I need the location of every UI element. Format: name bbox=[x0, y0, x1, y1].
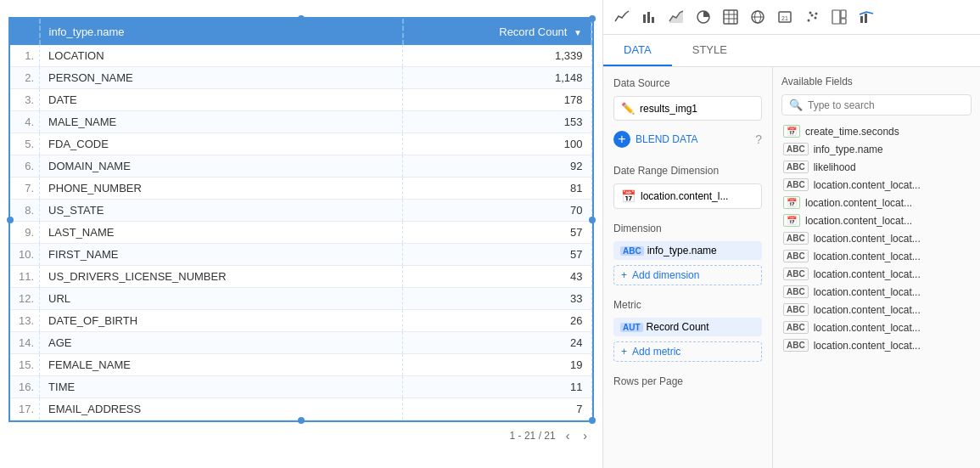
field-item[interactable]: ABC location.content_locat... bbox=[781, 265, 972, 283]
resize-handle-bottom-left[interactable] bbox=[298, 417, 305, 424]
cell-row-num: 10. bbox=[10, 244, 40, 266]
field-name: location.content_locat... bbox=[814, 233, 921, 245]
field-name: location.content_locat... bbox=[814, 251, 921, 262]
field-item[interactable]: ABC location.content_locat... bbox=[781, 229, 972, 247]
field-name: location.content_locat... bbox=[814, 268, 921, 280]
svg-point-18 bbox=[809, 12, 812, 14]
blend-data-button[interactable]: + BLEND DATA ? bbox=[613, 127, 762, 151]
sort-icon: ▼ bbox=[574, 28, 582, 37]
field-name: location.content_locat... bbox=[814, 304, 921, 316]
cell-row-num: 12. bbox=[10, 288, 40, 310]
scorecard-icon[interactable]: 21 bbox=[773, 5, 797, 29]
cell-record-count: 1,339 bbox=[403, 45, 591, 67]
bar-chart-icon[interactable] bbox=[637, 5, 661, 29]
pie-chart-icon[interactable] bbox=[692, 5, 715, 29]
cell-row-num: 6. bbox=[10, 155, 40, 178]
field-name: location.content_locat... bbox=[814, 179, 921, 191]
tab-style[interactable]: STYLE bbox=[672, 35, 748, 66]
cell-row-num: 5. bbox=[10, 133, 40, 155]
add-dimension-label: Add dimension bbox=[632, 269, 699, 281]
table-body: 1. LOCATION 1,339 2. PERSON_NAME 1,148 3… bbox=[10, 45, 591, 420]
resize-handle-top-left[interactable] bbox=[298, 15, 305, 22]
field-item[interactable]: ABC location.content_locat... bbox=[781, 301, 972, 319]
cell-row-num: 8. bbox=[10, 200, 40, 222]
field-item[interactable]: ABC location.content_locat... bbox=[781, 283, 972, 301]
cell-row-num: 1. bbox=[10, 45, 40, 67]
panel-config: Data Source ✏️ results_img1 + BLEND DATA… bbox=[603, 67, 773, 468]
svg-point-16 bbox=[811, 14, 814, 17]
resize-handle-top-right[interactable] bbox=[589, 15, 596, 22]
fields-list: 📅 create_time.seconds ABC info_type.name… bbox=[781, 122, 972, 354]
svg-rect-1 bbox=[647, 12, 650, 23]
dimension-chip[interactable]: ABC info_type.name bbox=[613, 241, 762, 260]
data-source-row[interactable]: ✏️ results_img1 bbox=[613, 96, 762, 121]
available-fields-panel: Available Fields 🔍 📅 create_time.seconds… bbox=[773, 67, 980, 468]
geo-chart-icon[interactable] bbox=[746, 5, 770, 29]
cell-row-num: 15. bbox=[10, 354, 40, 376]
resize-handle-left[interactable] bbox=[7, 217, 14, 223]
field-type-icon: ABC bbox=[783, 178, 809, 191]
cell-info-type: FIRST_NAME bbox=[40, 244, 403, 266]
field-type-icon: ABC bbox=[783, 250, 809, 262]
table-row: 13. DATE_OF_BIRTH 26 bbox=[10, 310, 591, 332]
table-area: info_type.name Record Count ▼ 1. LOCATIO… bbox=[0, 0, 602, 468]
cell-row-num: 7. bbox=[10, 178, 40, 200]
dimension-label: Dimension bbox=[613, 223, 762, 234]
cell-record-count: 57 bbox=[403, 222, 591, 244]
field-item[interactable]: 📅 create_time.seconds bbox=[781, 122, 972, 140]
line-chart-icon[interactable] bbox=[610, 5, 634, 29]
tab-data[interactable]: DATA bbox=[603, 35, 672, 66]
pencil-icon: ✏️ bbox=[621, 102, 635, 115]
metric-chip[interactable]: AUT Record Count bbox=[613, 318, 762, 336]
add-metric-button[interactable]: + Add metric bbox=[613, 341, 762, 362]
field-item[interactable]: ABC info_type.name bbox=[781, 140, 972, 158]
svg-rect-21 bbox=[841, 10, 846, 18]
cell-record-count: 57 bbox=[403, 244, 591, 266]
resize-handle-right[interactable] bbox=[589, 217, 596, 223]
table-header-row: info_type.name Record Count ▼ bbox=[10, 19, 591, 45]
cell-row-num: 14. bbox=[10, 332, 40, 354]
field-item[interactable]: 📅 location.content_locat... bbox=[781, 211, 972, 229]
search-input[interactable] bbox=[808, 99, 964, 111]
resize-handle-bottom-right[interactable] bbox=[589, 417, 596, 424]
cell-info-type: EMAIL_ADDRESS bbox=[40, 398, 403, 420]
add-dimension-button[interactable]: + Add dimension bbox=[613, 265, 762, 285]
field-item[interactable]: ABC location.content_locat... bbox=[781, 319, 972, 336]
field-item[interactable]: ABC location.content_locat... bbox=[781, 247, 972, 265]
cell-record-count: 24 bbox=[403, 332, 591, 354]
area-chart-icon[interactable] bbox=[664, 5, 688, 29]
cell-info-type: TIME bbox=[40, 376, 403, 398]
table-chart-icon[interactable] bbox=[719, 5, 742, 29]
cell-info-type: LAST_NAME bbox=[40, 222, 403, 244]
field-type-icon: ABC bbox=[783, 303, 809, 316]
field-item[interactable]: ABC location.content_locat... bbox=[781, 176, 972, 194]
svg-point-19 bbox=[815, 13, 818, 15]
field-item[interactable]: ABC location.content_locat... bbox=[781, 336, 972, 354]
next-page-button[interactable]: › bbox=[580, 427, 591, 444]
aut-icon: AUT bbox=[620, 323, 643, 332]
cell-row-num: 9. bbox=[10, 222, 40, 244]
combo-chart-icon[interactable] bbox=[854, 5, 878, 29]
date-range-row[interactable]: 📅 location.content_l... bbox=[613, 183, 762, 209]
table-row: 9. LAST_NAME 57 bbox=[10, 222, 591, 244]
scatter-chart-icon[interactable] bbox=[800, 5, 824, 29]
cell-info-type: FDA_CODE bbox=[40, 133, 403, 155]
field-item[interactable]: ABC likelihood bbox=[781, 158, 972, 176]
field-item[interactable]: 📅 location.content_locat... bbox=[781, 194, 972, 211]
table-row: 15. FEMALE_NAME 19 bbox=[10, 354, 591, 376]
table-row: 11. US_DRIVERS_LICENSE_NUMBER 43 bbox=[10, 266, 591, 288]
cell-info-type: PHONE_NUMBER bbox=[40, 178, 403, 200]
field-type-icon: 📅 bbox=[783, 125, 800, 138]
table-row: 2. PERSON_NAME 1,148 bbox=[10, 67, 591, 89]
dimension-value: info_type.name bbox=[647, 245, 717, 257]
prev-page-button[interactable]: ‹ bbox=[563, 427, 574, 444]
svg-rect-0 bbox=[643, 14, 646, 23]
field-name: likelihood bbox=[814, 161, 856, 173]
treemap-icon[interactable] bbox=[827, 5, 851, 29]
metric-label: Metric bbox=[613, 299, 762, 311]
table-row: 4. MALE_NAME 153 bbox=[10, 111, 591, 133]
cell-record-count: 33 bbox=[403, 288, 591, 310]
svg-rect-2 bbox=[652, 17, 654, 23]
table-row: 12. URL 33 bbox=[10, 288, 591, 310]
field-search-box[interactable]: 🔍 bbox=[781, 94, 972, 116]
